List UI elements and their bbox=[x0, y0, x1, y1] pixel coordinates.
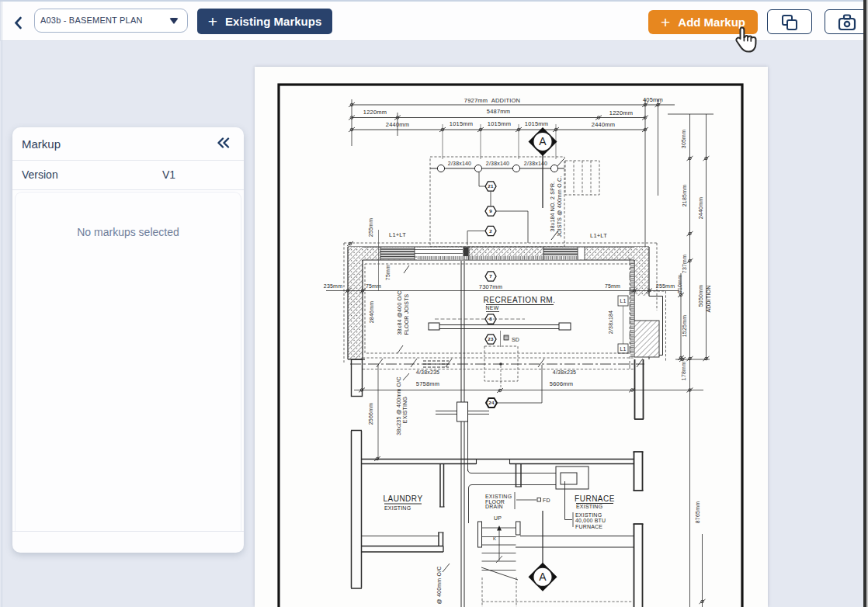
svg-text:1220mm: 1220mm bbox=[609, 109, 633, 116]
svg-text:38x184 NO. 2 SPR.: 38x184 NO. 2 SPR. bbox=[550, 182, 555, 232]
svg-text:405mm: 405mm bbox=[643, 96, 663, 103]
svg-text:40,000 BTU: 40,000 BTU bbox=[575, 518, 606, 523]
svg-text:2/38x140: 2/38x140 bbox=[486, 161, 509, 166]
svg-text:21: 21 bbox=[488, 183, 494, 189]
svg-text:RECREATION RM.: RECREATION RM. bbox=[484, 296, 556, 304]
svg-text:1525mm: 1525mm bbox=[682, 315, 687, 337]
svg-text:9: 9 bbox=[489, 208, 492, 213]
svg-text:EXISTING: EXISTING bbox=[576, 504, 602, 509]
svg-text:4/38x235: 4/38x235 bbox=[553, 369, 576, 375]
svg-text:75mm: 75mm bbox=[366, 283, 381, 289]
svg-text:A: A bbox=[539, 135, 547, 147]
svg-text:NEW: NEW bbox=[486, 305, 499, 310]
svg-text:5758mm: 5758mm bbox=[416, 380, 439, 387]
svg-text:FURNACE: FURNACE bbox=[575, 524, 602, 529]
svg-text:1015mm: 1015mm bbox=[525, 120, 548, 127]
svg-text:5487mm: 5487mm bbox=[487, 108, 510, 115]
svg-text:235mm: 235mm bbox=[324, 283, 342, 289]
svg-text:7307mm: 7307mm bbox=[479, 283, 502, 290]
svg-text:255mm: 255mm bbox=[656, 283, 675, 289]
svg-text:FURNACE: FURNACE bbox=[575, 494, 615, 503]
svg-text:5050mm: 5050mm bbox=[698, 285, 703, 307]
svg-text:EXISTING: EXISTING bbox=[575, 512, 602, 518]
svg-text:FD: FD bbox=[543, 498, 550, 503]
svg-text:737mm: 737mm bbox=[682, 255, 687, 273]
svg-text:EXISTING: EXISTING bbox=[402, 397, 408, 423]
svg-text:EXISTING: EXISTING bbox=[384, 505, 411, 511]
svg-text:24: 24 bbox=[488, 400, 495, 405]
svg-text:1015mm: 1015mm bbox=[450, 120, 473, 127]
svg-text:L1+LT: L1+LT bbox=[590, 232, 607, 239]
svg-text:DRAIN: DRAIN bbox=[485, 504, 503, 509]
svg-text:2: 2 bbox=[489, 228, 492, 234]
svg-text:2846mm: 2846mm bbox=[369, 301, 374, 323]
svg-text:L1: L1 bbox=[620, 298, 626, 304]
svg-text:7: 7 bbox=[489, 273, 492, 279]
svg-text:UP: UP bbox=[494, 515, 502, 521]
svg-text:@ 400mm O/C: @ 400mm O/C bbox=[436, 567, 442, 605]
svg-text:ADDITION: ADDITION bbox=[706, 285, 711, 312]
svg-text:1220mm: 1220mm bbox=[363, 109, 387, 116]
svg-text:2185mm: 2185mm bbox=[682, 185, 687, 206]
svg-text:38x84 @400 O/C: 38x84 @400 O/C bbox=[397, 291, 402, 335]
svg-text:K: K bbox=[493, 536, 496, 541]
svg-text:75mm: 75mm bbox=[385, 265, 391, 280]
svg-text:2/38x140: 2/38x140 bbox=[448, 161, 471, 166]
svg-text:8765mm: 8765mm bbox=[695, 501, 700, 523]
svg-text:5606mm: 5606mm bbox=[550, 380, 573, 387]
svg-text:2/38x140: 2/38x140 bbox=[524, 161, 547, 166]
svg-text:7927mm ADDITION: 7927mm ADDITION bbox=[464, 97, 520, 104]
svg-text:305mm: 305mm bbox=[681, 130, 686, 148]
svg-text:SD: SD bbox=[512, 337, 519, 342]
svg-text:2440mm: 2440mm bbox=[698, 197, 703, 219]
svg-text:75mm: 75mm bbox=[605, 283, 620, 289]
svg-text:255mm: 255mm bbox=[368, 218, 373, 237]
svg-text:L1: L1 bbox=[620, 346, 626, 352]
svg-text:4/38x235: 4/38x235 bbox=[416, 369, 439, 375]
svg-text:A: A bbox=[539, 571, 547, 583]
svg-text:1015mm: 1015mm bbox=[488, 120, 511, 127]
svg-text:38x235 @ 400mm O/C: 38x235 @ 400mm O/C bbox=[396, 376, 401, 435]
svg-text:2566mm: 2566mm bbox=[368, 403, 373, 425]
svg-text:178mm: 178mm bbox=[681, 362, 686, 380]
svg-text:EXISTING: EXISTING bbox=[485, 494, 512, 499]
svg-text:FLOOR JOISTS: FLOOR JOISTS bbox=[404, 293, 409, 335]
svg-text:2/38x184: 2/38x184 bbox=[608, 310, 613, 334]
svg-text:2440mm: 2440mm bbox=[386, 121, 409, 128]
svg-text:LAUNDRY: LAUNDRY bbox=[383, 494, 422, 503]
svg-text:L1+LT: L1+LT bbox=[389, 231, 406, 238]
svg-text:610mm: 610mm bbox=[677, 275, 682, 293]
svg-text:23: 23 bbox=[488, 336, 494, 342]
svg-text:JOISTS @ 400mm O.C.: JOISTS @ 400mm O.C. bbox=[557, 176, 562, 238]
svg-text:2440mm: 2440mm bbox=[592, 121, 615, 128]
